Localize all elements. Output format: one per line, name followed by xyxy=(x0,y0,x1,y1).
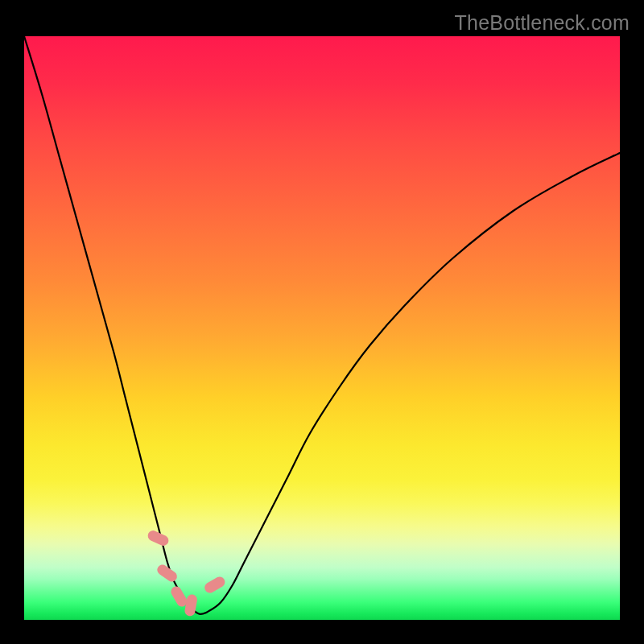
watermark-text: TheBottleneck.com xyxy=(455,11,630,35)
bottleneck-curve xyxy=(24,36,620,614)
valley-marker xyxy=(184,593,197,617)
chart-frame: TheBottleneck.com xyxy=(0,0,644,644)
valley-markers-group xyxy=(147,529,227,617)
valley-marker xyxy=(155,563,180,584)
plot-svg xyxy=(24,36,620,620)
valley-marker xyxy=(203,575,227,595)
valley-marker xyxy=(147,529,171,547)
plot-area xyxy=(24,36,620,620)
